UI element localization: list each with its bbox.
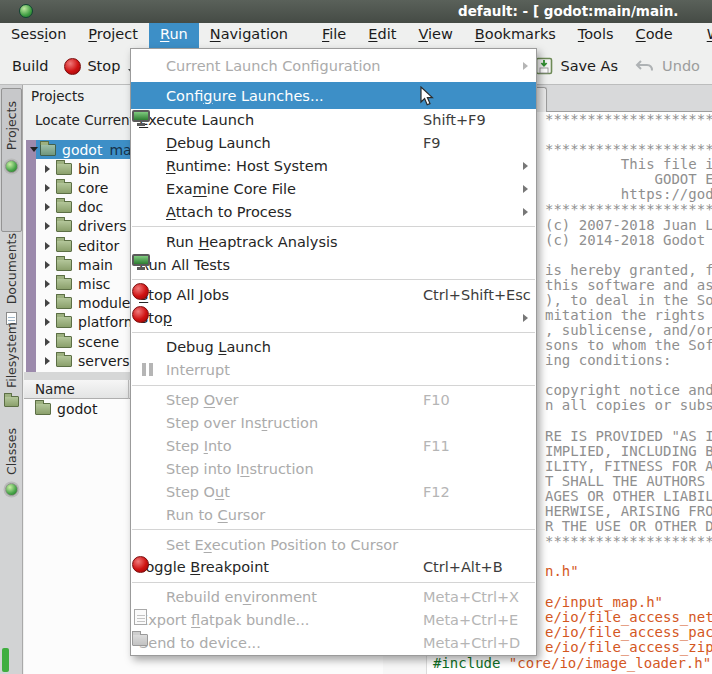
expand-arrow-icon[interactable] <box>45 299 50 307</box>
expand-arrow-icon[interactable] <box>45 261 50 269</box>
code-line: e/io/file_access_zip.h" <box>545 640 712 655</box>
build-label: Build <box>12 58 48 74</box>
menu-item[interactable]: Rebuild environment Meta+Ctrl+X <box>131 586 536 609</box>
expand-arrow-icon[interactable] <box>45 222 50 230</box>
expand-arrow-icon[interactable] <box>45 165 50 173</box>
projects-icon <box>5 160 18 173</box>
menu-item[interactable]: Step into Instruction <box>131 457 536 480</box>
menubar-item[interactable]: Window <box>696 23 712 48</box>
menu-item[interactable]: Step Over F10 <box>131 389 536 412</box>
menu-item[interactable]: Interrupt <box>131 359 536 382</box>
menu-item[interactable]: Stop <box>131 306 536 329</box>
folder-icon <box>56 297 72 309</box>
menu-item-icon <box>134 609 147 625</box>
menubar-item[interactable]: Code <box>625 23 684 48</box>
menu-item-shortcut: Meta+Ctrl+X <box>423 589 519 605</box>
menu-separator <box>132 279 535 280</box>
submenu-arrow-icon <box>523 162 528 170</box>
tree-item-label: editor <box>78 238 119 254</box>
dock-tab-projects[interactable]: Projects <box>1 88 22 232</box>
menu-item-icon <box>139 391 159 409</box>
menubar-item[interactable]: Edit <box>357 23 407 48</box>
submenu-arrow-icon <box>523 62 528 70</box>
menu-item[interactable]: Step over Instruction <box>131 412 536 435</box>
menu-item[interactable]: Attach to Process <box>131 201 536 224</box>
expand-arrow-icon[interactable] <box>45 242 50 250</box>
expand-arrow-icon[interactable] <box>45 280 50 288</box>
menu-item[interactable]: Stop All Jobs Ctrl+Shift+Esc <box>131 283 536 306</box>
dock-tab-filesystem[interactable]: Filesystem <box>1 322 22 416</box>
locate-current-document-button[interactable]: Locate Current <box>35 112 135 128</box>
expand-arrow-icon[interactable] <box>45 357 50 365</box>
menu-item-icon <box>139 506 159 524</box>
menu-item[interactable]: Examine Core File <box>131 178 536 201</box>
menubar-item[interactable]: Session <box>0 23 77 48</box>
menu-item[interactable]: Send to device... Meta+Ctrl+D <box>131 632 536 655</box>
menu-item[interactable]: Run Heaptrack Analysis <box>131 230 536 253</box>
menu-item-icon <box>139 57 159 75</box>
code-line: This file is <box>545 157 712 172</box>
folder-icon <box>56 163 72 175</box>
collapse-arrow-icon[interactable] <box>30 147 38 152</box>
name-column-header[interactable]: Name <box>35 381 75 397</box>
menubar-item[interactable]: File <box>311 23 357 48</box>
menu-item[interactable]: Runtime: Host System <box>131 155 536 178</box>
menubar-item[interactable]: Project <box>77 23 149 48</box>
menu-item-label: Examine Core File <box>166 181 296 197</box>
code-line: https://godot <box>545 187 712 202</box>
tree-item-label: main <box>78 257 113 273</box>
menu-item-shortcut: F9 <box>423 135 441 151</box>
expand-arrow-icon[interactable] <box>45 318 50 326</box>
preprocessor-keyword: #include <box>433 655 500 671</box>
menu-item-label: Interrupt <box>166 362 230 378</box>
menu-item[interactable]: Run to Cursor <box>131 503 536 526</box>
undo-button[interactable]: Undo <box>626 53 708 79</box>
code-line: ), to deal in the Softw <box>545 293 712 308</box>
tree-root-label: godot <box>62 142 102 158</box>
title-bar[interactable]: default: - [ godot:main/main. <box>0 0 712 23</box>
menu-item[interactable]: Run All Tests <box>131 253 536 276</box>
code-line <box>545 368 712 383</box>
dock-tab-classes-label: Classes <box>4 428 19 475</box>
menubar-item[interactable]: Tools <box>567 23 625 48</box>
menu-item[interactable]: Debug Launch <box>131 336 536 359</box>
menu-item-shortcut: F12 <box>423 484 450 500</box>
menubar-item[interactable]: Navigation <box>199 23 299 48</box>
bottom-dock-icon[interactable] <box>2 648 9 672</box>
menu-item-label: Configure Launches... <box>166 88 324 104</box>
save-as-button[interactable]: Save As <box>526 52 626 80</box>
menu-item[interactable]: Toggle Breakpoint Ctrl+Alt+B <box>131 556 536 579</box>
folder-icon <box>56 259 72 271</box>
column-divider[interactable] <box>128 380 129 399</box>
expand-arrow-icon[interactable] <box>45 203 50 211</box>
menu-item[interactable]: Step Out F12 <box>131 480 536 503</box>
menu-item[interactable]: Execute Launch Shift+F9 <box>131 109 536 132</box>
editor-text[interactable]: ************************ ***************… <box>545 112 712 674</box>
menu-item[interactable]: Set Execution Position to Cursor <box>131 533 536 556</box>
expand-arrow-icon[interactable] <box>45 184 50 192</box>
folder-icon <box>56 355 72 367</box>
menubar-item[interactable]: Bookmarks <box>464 23 567 48</box>
menu-item[interactable]: Step Into F11 <box>131 435 536 458</box>
menu-item[interactable]: Export flatpak bundle... Meta+Ctrl+E <box>131 609 536 632</box>
expand-arrow-icon[interactable] <box>45 338 50 346</box>
menu-item-shortcut: Ctrl+Shift+Esc <box>423 287 531 303</box>
menu-item[interactable]: Configure Launches... <box>131 82 536 109</box>
code-line: ILITY, FITNESS FOR A PA <box>545 459 712 474</box>
menubar-item[interactable]: View <box>407 23 463 48</box>
code-line <box>545 127 712 142</box>
build-button[interactable]: Build <box>4 54 56 78</box>
classes-icon <box>5 483 18 496</box>
folder-icon <box>56 278 72 290</box>
dock-tab-classes[interactable]: Classes <box>1 428 22 506</box>
dock-tab-documents[interactable]: Documents <box>1 233 22 321</box>
menu-item-shortcut: Ctrl+Alt+B <box>423 559 503 575</box>
submenu-arrow-icon <box>523 314 528 322</box>
menu-item-icon <box>139 157 159 175</box>
tree-item-label: drivers <box>78 218 126 234</box>
menu-item[interactable]: Debug Launch F9 <box>131 132 536 155</box>
menu-item-icon <box>139 203 159 221</box>
menubar-item[interactable]: Run <box>149 23 199 48</box>
menu-item-label: Debug Launch <box>166 339 271 355</box>
menu-item[interactable]: Current Launch Configuration <box>131 49 536 82</box>
